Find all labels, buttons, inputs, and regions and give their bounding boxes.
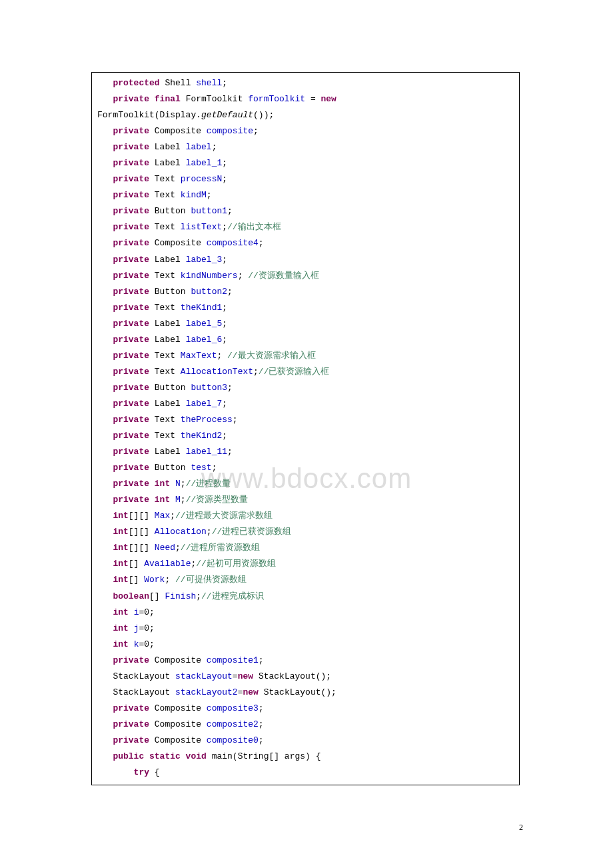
code-line: private Label label_1; — [97, 155, 514, 171]
code-token: Label — [149, 255, 186, 265]
code-token: ; — [259, 735, 264, 745]
code-token: StackLayout — [97, 671, 175, 681]
code-line: private int N;//进程数量 — [97, 476, 514, 492]
code-line: private Text AllocationText;//已获资源输入框 — [97, 364, 514, 380]
code-token: private — [113, 158, 149, 168]
code-token — [97, 751, 113, 761]
code-token: shell — [196, 78, 222, 88]
code-token: private — [113, 335, 149, 345]
code-token — [97, 607, 113, 617]
code-token: Label — [149, 335, 186, 345]
code-token: //资源类型数量 — [186, 495, 249, 505]
code-token — [97, 623, 113, 633]
code-token: private — [113, 383, 149, 393]
code-token: int — [113, 623, 128, 633]
code-token: stackLayout2 — [175, 687, 238, 697]
code-token: ; — [259, 655, 264, 665]
code-token — [97, 575, 113, 585]
code-line: private Text processN; — [97, 171, 514, 187]
code-token: //进程已获资源数组 — [212, 527, 292, 537]
code-line: private Button test; — [97, 460, 514, 476]
code-token: ; — [259, 719, 264, 729]
code-token — [97, 383, 113, 393]
code-token: private — [113, 222, 149, 232]
code-line: int[] Available;//起初可用资源数组 — [97, 556, 514, 572]
code-line: protected Shell shell; — [97, 75, 514, 91]
code-token: [][] — [129, 527, 155, 537]
code-token: ; — [196, 591, 201, 601]
code-token: label_6 — [186, 335, 223, 345]
code-token: Available — [144, 559, 191, 569]
code-token: private int — [113, 495, 170, 505]
code-token: =0; — [139, 623, 154, 633]
code-token: StackLayout(); — [253, 671, 331, 681]
code-token: ; — [222, 222, 227, 232]
code-token — [97, 399, 113, 409]
code-token: ; — [222, 431, 227, 441]
code-token — [97, 255, 113, 265]
code-line: private Label label_3; — [97, 252, 514, 268]
code-token: Composite — [149, 703, 207, 713]
code-token: //资源数量输入框 — [248, 271, 319, 281]
code-token — [97, 559, 113, 569]
code-token: Button — [149, 463, 191, 473]
code-token: ; — [207, 190, 212, 200]
code-token: Text — [149, 190, 181, 200]
code-token: [] — [129, 559, 144, 569]
code-line: int[][] Max;//进程最大资源需求数组 — [97, 508, 514, 524]
code-token: ; — [170, 511, 175, 521]
code-token — [97, 238, 113, 248]
code-token: //进程最大资源需求数组 — [175, 511, 273, 521]
code-token: new — [320, 94, 336, 104]
code-token: ; — [227, 383, 233, 393]
code-token: private — [113, 399, 149, 409]
code-line: FormToolkit(Display.getDefault()); — [97, 107, 514, 123]
code-line: private Button button3; — [97, 380, 514, 396]
code-token: private — [113, 415, 149, 425]
code-token: private int — [113, 479, 170, 489]
code-token: int — [113, 607, 128, 617]
code-token — [97, 319, 113, 329]
code-line: private Composite composite3; — [97, 701, 514, 717]
code-line: private Text theKind1; — [97, 300, 514, 316]
code-token: theKind1 — [181, 303, 222, 313]
code-line: private Text kindNumbers; //资源数量输入框 — [97, 268, 514, 284]
code-token: [][] — [129, 543, 155, 553]
code-token — [97, 303, 113, 313]
code-token: private — [113, 126, 149, 136]
code-line: private Label label_11; — [97, 444, 514, 460]
code-token: Text — [149, 303, 181, 313]
code-token: =0; — [139, 607, 154, 617]
code-token: = — [305, 94, 320, 104]
code-token — [97, 142, 113, 152]
code-token — [97, 415, 113, 425]
code-token: ; — [227, 206, 233, 216]
code-token — [129, 623, 134, 633]
code-token: //输出文本框 — [227, 222, 281, 232]
code-line: private final FormToolkit formToolkit = … — [97, 91, 514, 107]
code-token: StackLayout — [97, 687, 175, 697]
code-token: getDefault — [201, 110, 253, 120]
code-token: private — [113, 351, 149, 361]
code-token: FormToolkit(Display. — [97, 110, 201, 120]
code-token — [97, 94, 113, 104]
code-token: //进程所需资源数组 — [181, 543, 261, 553]
code-line: private Text theKind2; — [97, 428, 514, 444]
code-line: StackLayout stackLayout=new StackLayout(… — [97, 669, 514, 685]
code-token: ; — [222, 158, 227, 168]
code-token: Composite — [149, 719, 207, 729]
code-token: M — [175, 495, 181, 505]
code-token: private — [113, 271, 149, 281]
code-token: Label — [149, 158, 186, 168]
code-token: ; — [233, 415, 238, 425]
code-line: int k=0; — [97, 637, 514, 653]
code-token: [][] — [129, 511, 155, 521]
code-token: composite3 — [207, 703, 259, 713]
code-token: ; — [222, 335, 227, 345]
code-token: new — [243, 687, 258, 697]
code-line: private Composite composite2; — [97, 717, 514, 733]
code-token: boolean — [113, 591, 149, 601]
code-token: Label — [149, 319, 186, 329]
code-token: private — [113, 142, 149, 152]
code-line: boolean[] Finish;//进程完成标识 — [97, 589, 514, 605]
